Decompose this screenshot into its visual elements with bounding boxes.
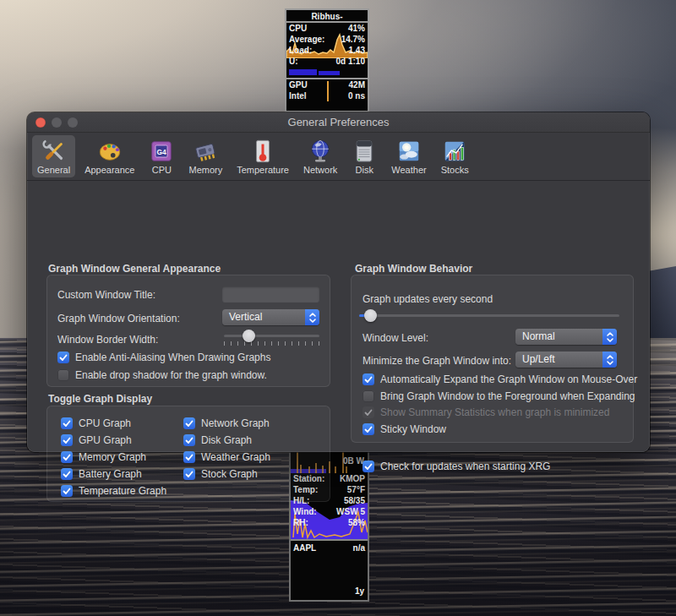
tab-stocks[interactable]: Stocks — [436, 135, 474, 177]
stock-graph-label: Stock Graph — [201, 468, 258, 480]
custom-title-input[interactable] — [222, 286, 319, 303]
tab-label: General — [37, 165, 70, 176]
zoom-button[interactable] — [68, 117, 78, 128]
bring-foreground-checkbox[interactable]: Bring Graph Window to the Foreground whe… — [363, 390, 635, 402]
stock-graph-panel: AAPLn/a 1y — [291, 539, 368, 598]
gpu-vendor: Intel — [289, 90, 307, 101]
slider-track[interactable] — [224, 335, 319, 337]
close-button[interactable] — [35, 117, 46, 128]
orientation-value: Vertical — [222, 309, 305, 325]
tab-disk[interactable]: Disk — [346, 135, 382, 177]
memory-graph-checkbox[interactable]: Memory Graph — [61, 450, 146, 463]
gpu-time: 0 ns — [348, 90, 365, 101]
checkbox-checked-icon[interactable] — [183, 434, 195, 446]
stock-graph-checkbox[interactable]: Stock Graph — [183, 467, 258, 480]
checkbox-unchecked-icon[interactable] — [57, 369, 69, 381]
minimize-into-value: Up/Left — [515, 352, 602, 368]
checkbox-checked-icon[interactable] — [183, 417, 195, 429]
network-graph-checkbox[interactable]: Network Graph — [183, 417, 270, 429]
toggle-group-title: Toggle Graph Display — [48, 393, 152, 405]
slider-thumb[interactable] — [364, 309, 377, 322]
popup-chevrons-icon — [602, 352, 617, 368]
minimize-into-popup[interactable]: Up/Left — [515, 352, 617, 368]
cpu-graph-panel: CPU41% Average:14.7% Load:1.43 U:0d 1:10 — [286, 23, 368, 67]
battery-graph-checkbox[interactable]: Battery Graph — [61, 467, 142, 480]
border-width-slider[interactable] — [224, 335, 319, 346]
popup-chevrons-icon — [305, 309, 319, 325]
custom-title-label: Custom Window Title: — [57, 289, 155, 301]
slider-thumb[interactable] — [243, 330, 255, 342]
dropshadow-label: Enable drop shadow for the graph window. — [75, 369, 267, 381]
weather-rh-value: 58% — [348, 517, 365, 528]
dropshadow-checkbox[interactable]: Enable drop shadow for the graph window. — [57, 368, 267, 381]
cpu-load-value: 1.43 — [349, 45, 365, 56]
checkbox-checked-icon[interactable] — [61, 468, 73, 480]
popup-chevrons-icon — [602, 329, 617, 345]
orientation-label: Graph Window Orientation: — [57, 313, 180, 324]
cpu-graph-label: CPU Graph — [79, 417, 131, 429]
weather-hilo-value: 58/35 — [344, 495, 365, 506]
palette-icon — [97, 137, 123, 165]
update-interval-slider[interactable] — [359, 314, 619, 317]
tab-temperature[interactable]: Temperature — [232, 135, 294, 177]
tab-general[interactable]: General — [32, 135, 75, 177]
tab-label: Temperature — [237, 165, 289, 176]
gpu-graph-panel: GPU42M Intel0 ns — [286, 78, 368, 112]
disk-graph-checkbox[interactable]: Disk Graph — [183, 433, 252, 446]
checkbox-checked-icon[interactable] — [61, 451, 73, 463]
network-graph-label: Network Graph — [201, 417, 270, 429]
stock-value: n/a — [353, 542, 365, 553]
appearance-group-title: Graph Window General Appearance — [48, 263, 221, 275]
check-updates-checkbox[interactable]: Check for updates when starting XRG — [363, 460, 550, 472]
tab-network[interactable]: Network — [298, 135, 342, 177]
cpu-chip-icon: G4 — [149, 137, 174, 165]
battery-graph-label: Battery Graph — [79, 468, 142, 480]
tab-memory[interactable]: Memory — [183, 135, 227, 177]
checkbox-unchecked-icon[interactable] — [363, 390, 374, 402]
checkbox-checked-icon[interactable] — [61, 485, 73, 497]
slider-ticks — [224, 341, 319, 346]
tab-label: Appearance — [84, 165, 134, 176]
cpu-load-label: Load: — [289, 45, 312, 56]
checkbox-checked-icon[interactable] — [363, 461, 374, 472]
summary-stats-label: Show Summary Statistics when graph is mi… — [380, 406, 609, 418]
antialias-checkbox[interactable]: Enable Anti-Aliasing When Drawing Graphs — [57, 351, 270, 363]
cpu-graph-checkbox[interactable]: CPU Graph — [61, 417, 131, 429]
gpu-graph-checkbox[interactable]: GPU Graph — [61, 433, 132, 446]
checkbox-checked-icon[interactable] — [183, 451, 195, 463]
window-level-popup[interactable]: Normal — [515, 329, 617, 345]
disk-graph-label: Disk Graph — [201, 434, 252, 446]
orientation-popup[interactable]: Vertical — [222, 309, 319, 325]
cpu-usage-bars — [286, 67, 368, 78]
bring-foreground-label: Bring Graph Window to the Foreground whe… — [380, 390, 635, 402]
checkbox-checked-icon[interactable] — [57, 352, 69, 363]
minimize-button[interactable] — [52, 117, 62, 128]
weather-station-value: KMOP — [340, 473, 365, 484]
auto-expand-checkbox[interactable]: Automatically Expand the Graph Window on… — [363, 373, 637, 385]
gpu-graph-label: GPU Graph — [79, 434, 132, 446]
general-preferences-window: General Preferences General — [27, 112, 650, 452]
weather-graph-checkbox[interactable]: Weather Graph — [183, 450, 270, 463]
checkbox-checked-icon[interactable] — [363, 373, 374, 385]
tab-cpu[interactable]: G4 CPU — [144, 135, 179, 177]
check-updates-label: Check for updates when starting XRG — [380, 461, 550, 472]
sticky-window-checkbox[interactable]: Sticky Window — [363, 422, 446, 435]
checkbox-checked-icon[interactable] — [61, 434, 73, 446]
sticky-window-label: Sticky Window — [380, 423, 446, 435]
window-level-value: Normal — [515, 329, 602, 345]
checkbox-checked-icon[interactable] — [61, 417, 73, 429]
weather-wind-label: Wind: — [293, 506, 317, 517]
tab-appearance[interactable]: Appearance — [79, 135, 139, 177]
xrg-monitor-window-top[interactable]: Ribhus- CPU41% Average:14.7% Load:1.43 U… — [285, 8, 369, 112]
tab-weather[interactable]: Weather — [386, 135, 431, 177]
stock-period: 1y — [355, 586, 364, 596]
window-titlebar[interactable]: General Preferences — [27, 112, 650, 133]
checkbox-checked-icon[interactable] — [363, 423, 374, 435]
slider-track[interactable] — [359, 314, 619, 317]
tab-label: CPU — [152, 165, 172, 176]
temperature-graph-checkbox[interactable]: Temperature Graph — [61, 484, 166, 497]
window-title: General Preferences — [27, 112, 650, 132]
weather-graph-label: Weather Graph — [201, 451, 270, 463]
checkbox-checked-icon[interactable] — [183, 468, 195, 480]
weather-sky-icon — [396, 137, 422, 165]
